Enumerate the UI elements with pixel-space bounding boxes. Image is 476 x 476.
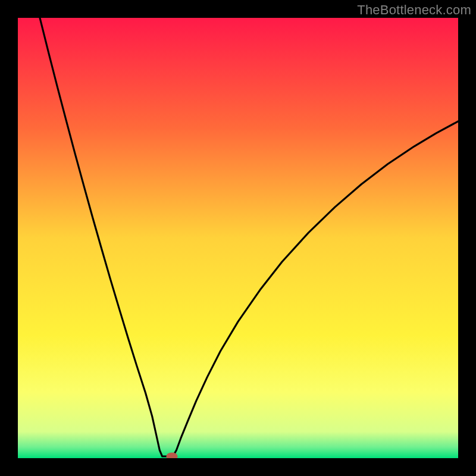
chart-plot [18, 18, 458, 458]
chart-frame: TheBottleneck.com [0, 0, 476, 476]
chart-background [18, 18, 458, 458]
watermark-text: TheBottleneck.com [357, 2, 471, 18]
